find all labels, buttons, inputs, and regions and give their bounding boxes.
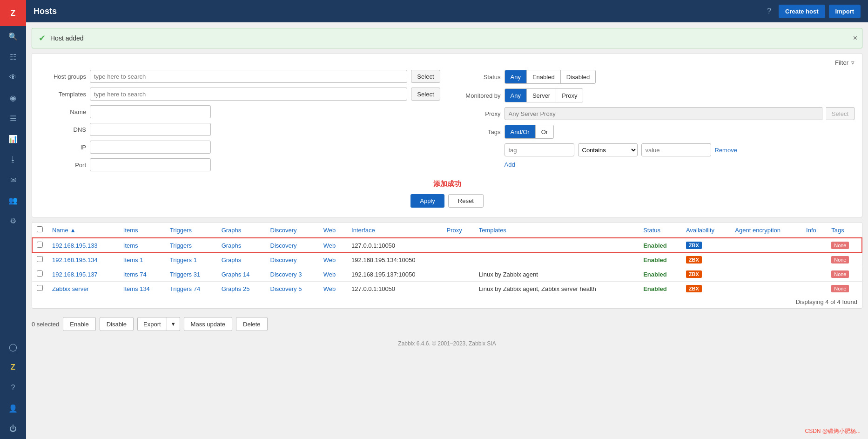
- sidebar-item-zabbix[interactable]: Z: [0, 357, 26, 378]
- col-name[interactable]: Name ▲: [47, 223, 119, 238]
- host-name-link-1[interactable]: 192.168.195.134: [52, 257, 98, 263]
- sidebar-item-mail[interactable]: ✉: [0, 169, 26, 190]
- import-button[interactable]: Import: [829, 5, 861, 18]
- name-input[interactable]: [90, 105, 211, 118]
- proxy-input[interactable]: [505, 107, 822, 120]
- reset-button[interactable]: Reset: [448, 194, 484, 208]
- dns-input[interactable]: [90, 123, 211, 136]
- col-availability[interactable]: Availability: [681, 223, 730, 238]
- host-graphs-link-2[interactable]: Graphs 14: [222, 271, 250, 278]
- host-discovery-link-0[interactable]: Discovery: [270, 242, 297, 249]
- host-triggers-link-3[interactable]: Triggers 74: [170, 285, 200, 292]
- host-triggers-link-1[interactable]: Triggers 1: [170, 257, 197, 263]
- row-availability-2: ZBX: [681, 267, 730, 282]
- host-name-link-3[interactable]: Zabbix server: [52, 285, 89, 292]
- sidebar-item-search[interactable]: 🔍: [0, 26, 26, 47]
- col-graphs[interactable]: Graphs: [217, 223, 266, 238]
- row-tags-2: None: [827, 267, 862, 282]
- templates-input[interactable]: [90, 88, 407, 101]
- sidebar-item-network[interactable]: ◉: [0, 88, 26, 108]
- notification-close-button[interactable]: ×: [853, 34, 857, 42]
- host-web-link-2[interactable]: Web: [323, 271, 336, 278]
- create-host-button[interactable]: Create host: [779, 5, 825, 18]
- export-dropdown-button[interactable]: ▼: [167, 317, 180, 331]
- host-graphs-link-1[interactable]: Graphs: [222, 257, 242, 263]
- col-templates[interactable]: Templates: [474, 223, 639, 238]
- mass-update-button[interactable]: Mass update: [184, 317, 232, 331]
- select-all-checkbox[interactable]: [37, 226, 43, 232]
- sidebar-item-list[interactable]: ☰: [0, 108, 26, 128]
- host-items-link-3[interactable]: Items 134: [123, 285, 150, 292]
- status-disabled-button[interactable]: Disabled: [561, 70, 596, 83]
- host-discovery-link-2[interactable]: Discovery 3: [270, 271, 302, 278]
- delete-button[interactable]: Delete: [236, 317, 268, 331]
- col-agent-encryption[interactable]: Agent encryption: [730, 223, 801, 238]
- tags-operator-group: And/Or Or: [505, 125, 554, 139]
- monitored-proxy-button[interactable]: Proxy: [556, 89, 583, 102]
- page-title: Hosts: [34, 7, 767, 16]
- col-discovery[interactable]: Discovery: [266, 223, 319, 238]
- col-triggers[interactable]: Triggers: [165, 223, 217, 238]
- enable-button[interactable]: Enable: [63, 317, 95, 331]
- status-enabled-button[interactable]: Enabled: [527, 70, 561, 83]
- sidebar-item-monitor[interactable]: 👁: [0, 67, 26, 88]
- disable-button[interactable]: Disable: [100, 317, 134, 331]
- host-graphs-link-3[interactable]: Graphs 25: [222, 285, 250, 292]
- sidebar-item-dashboard[interactable]: ☷: [0, 47, 26, 67]
- sidebar-item-help[interactable]: ?: [0, 378, 26, 398]
- export-button[interactable]: Export: [137, 317, 167, 331]
- host-graphs-link-0[interactable]: Graphs: [222, 242, 242, 249]
- host-web-link-0[interactable]: Web: [323, 242, 336, 249]
- monitored-by-group: Any Server Proxy: [505, 88, 584, 102]
- row-interface-0: 127.0.0.1:10050: [347, 238, 442, 253]
- host-items-link-1[interactable]: Items 1: [123, 257, 143, 263]
- tag-name-input[interactable]: [505, 143, 574, 156]
- sidebar-item-user[interactable]: 👤: [0, 398, 26, 419]
- tag-add-link[interactable]: Add: [505, 161, 515, 168]
- col-items[interactable]: Items: [119, 223, 165, 238]
- host-name-link-0[interactable]: 192.168.195.133: [52, 242, 98, 249]
- host-web-link-1[interactable]: Web: [323, 257, 336, 263]
- tags-andor-button[interactable]: And/Or: [505, 125, 536, 138]
- sidebar-item-support[interactable]: ◯: [0, 337, 26, 357]
- host-discovery-link-3[interactable]: Discovery 5: [270, 285, 302, 292]
- sidebar-item-download[interactable]: ⭳: [0, 149, 26, 169]
- host-triggers-link-2[interactable]: Triggers 31: [170, 271, 200, 278]
- monitored-any-button[interactable]: Any: [505, 89, 527, 102]
- sidebar-item-power[interactable]: ⏻: [0, 419, 26, 439]
- status-any-button[interactable]: Any: [505, 70, 527, 83]
- help-icon[interactable]: ?: [767, 7, 771, 15]
- host-web-link-3[interactable]: Web: [323, 285, 336, 292]
- row-checkbox-3[interactable]: [37, 285, 43, 291]
- row-checkbox-1[interactable]: [37, 256, 43, 262]
- host-groups-select-button[interactable]: Select: [411, 70, 440, 83]
- host-items-link-2[interactable]: Items 74: [123, 271, 147, 278]
- row-checkbox-2[interactable]: [37, 270, 43, 277]
- tags-or-button[interactable]: Or: [536, 125, 553, 138]
- sidebar-logo[interactable]: Z: [0, 0, 26, 26]
- col-status[interactable]: Status: [639, 223, 681, 238]
- tag-value-input[interactable]: [641, 143, 711, 156]
- tag-remove-link[interactable]: Remove: [715, 147, 737, 154]
- row-agent-encryption-1: [730, 253, 801, 267]
- sidebar-item-users[interactable]: 👥: [0, 190, 26, 210]
- host-name-link-2[interactable]: 192.168.195.137: [52, 271, 98, 278]
- sidebar-item-chart[interactable]: 📊: [0, 128, 26, 149]
- apply-button[interactable]: Apply: [410, 194, 444, 208]
- monitored-server-button[interactable]: Server: [527, 89, 556, 102]
- col-web[interactable]: Web: [319, 223, 347, 238]
- col-tags[interactable]: Tags: [827, 223, 862, 238]
- tag-condition-select[interactable]: Contains Equals Does not contain: [578, 143, 638, 156]
- host-discovery-link-1[interactable]: Discovery: [270, 257, 297, 263]
- col-interface[interactable]: Interface: [347, 223, 442, 238]
- host-groups-input[interactable]: [90, 70, 407, 83]
- row-checkbox-0[interactable]: [37, 242, 43, 248]
- templates-select-button[interactable]: Select: [411, 88, 440, 101]
- port-input[interactable]: [90, 158, 211, 171]
- sidebar-item-settings[interactable]: ⚙: [0, 210, 26, 231]
- ip-input[interactable]: [90, 141, 211, 154]
- host-items-link-0[interactable]: Items: [123, 242, 138, 249]
- host-triggers-link-0[interactable]: Triggers: [170, 242, 192, 249]
- col-proxy[interactable]: Proxy: [442, 223, 474, 238]
- col-info[interactable]: Info: [801, 223, 827, 238]
